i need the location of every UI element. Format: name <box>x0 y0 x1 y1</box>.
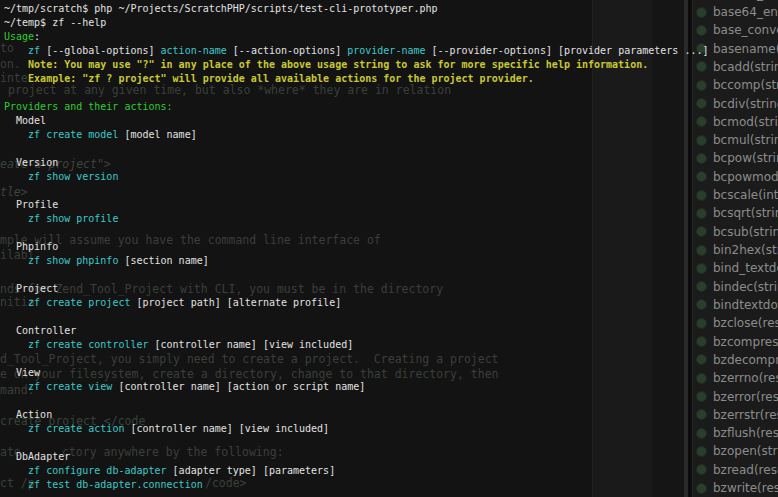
terminal-line: zf create view [controller name] [action… <box>4 380 778 394</box>
terminal-text-segment: [section name] <box>118 255 208 266</box>
terminal-text-segment: zf show version <box>28 171 118 182</box>
terminal-line <box>4 352 778 366</box>
terminal-text-segment <box>4 465 28 476</box>
terminal-text-segment <box>4 129 28 140</box>
terminal-line <box>4 394 778 408</box>
terminal-text-segment: [controller name] [view included] <box>149 339 354 350</box>
terminal-text-segment: Action <box>4 409 52 420</box>
terminal-line: Action <box>4 408 778 422</box>
terminal-line: Project <box>4 282 778 296</box>
terminal-line: Example: "zf ? project" will provide all… <box>4 72 778 86</box>
terminal-text-segment: [model name] <box>118 129 196 140</box>
terminal-text-segment: Version <box>4 157 58 168</box>
terminal-text-segment: Project <box>4 283 58 294</box>
terminal-text-segment: zf show phpinfo <box>28 255 118 266</box>
terminal-text-segment <box>4 255 28 266</box>
terminal-text-segment <box>4 45 28 56</box>
terminal-line <box>4 226 778 240</box>
terminal-text-segment: Usage <box>4 31 34 42</box>
terminal-line: Phpinfo <box>4 240 778 254</box>
terminal-text-segment: zf create project <box>28 297 130 308</box>
terminal-text-segment: zf show profile <box>28 213 118 224</box>
terminal-text-segment: [project path] [alternate profile] <box>130 297 341 308</box>
terminal-text-segment: [--action-options] <box>227 45 347 56</box>
terminal-line: zf configure db-adapter [adapter type] [… <box>4 464 778 478</box>
terminal-text-segment: provider-name <box>347 45 425 56</box>
terminal-line <box>4 310 778 324</box>
terminal-line <box>4 268 778 282</box>
terminal-line: Controller <box>4 324 778 338</box>
terminal-text-segment <box>4 479 28 490</box>
terminal-line: ~/tmp/scratch$ php ~/Projects/ScratchPHP… <box>4 2 778 16</box>
terminal-text-segment: Providers and their actions: <box>4 101 173 112</box>
terminal-text-segment: Note: You may use "?" in any place of th… <box>4 59 648 70</box>
terminal-line <box>4 86 778 100</box>
terminal-line: ~/temp$ zf --help <box>4 16 778 30</box>
terminal-line: Version <box>4 156 778 170</box>
terminal-line: DbAdapter <box>4 450 778 464</box>
terminal-text-segment: View <box>4 367 40 378</box>
terminal-line <box>4 184 778 198</box>
terminal-text-segment: Phpinfo <box>4 241 58 252</box>
terminal-line: zf test db-adapter.connection <box>4 478 778 492</box>
terminal-text-segment: zf create view <box>28 381 112 392</box>
terminal-line <box>4 142 778 156</box>
terminal-text-segment: [--global-options] <box>40 45 160 56</box>
terminal-text-segment <box>4 339 28 350</box>
terminal-text-segment <box>4 381 28 392</box>
terminal-text-segment: Model <box>4 115 46 126</box>
terminal-line: Note: You may use "?" in any place of th… <box>4 58 778 72</box>
terminal-text-segment: ~/tmp/scratch$ php ~/Projects/ScratchPHP… <box>4 3 437 14</box>
terminal-text-segment: zf test db-adapter.connection <box>28 479 203 490</box>
function-label: base64_decode(s <box>713 0 778 1</box>
terminal-text-segment: [--provider-options] [provider parameter… <box>426 45 709 56</box>
terminal-text-segment: : <box>34 31 40 42</box>
terminal-line: zf create controller [controller name] [… <box>4 338 778 352</box>
terminal-line: Profile <box>4 198 778 212</box>
terminal-text-segment <box>4 423 28 434</box>
terminal-text-segment: DbAdapter <box>4 451 70 462</box>
terminal-line: zf create action [controller name] [view… <box>4 422 778 436</box>
terminal-line: zf show phpinfo [section name] <box>4 254 778 268</box>
terminal-text-segment <box>4 171 28 182</box>
terminal-text-segment: zf create controller <box>28 339 148 350</box>
terminal-line: View <box>4 366 778 380</box>
terminal-text-segment: zf create action <box>28 423 124 434</box>
terminal-output[interactable]: ~/tmp/scratch$ php ~/Projects/ScratchPHP… <box>4 2 778 492</box>
terminal-text-segment: zf <box>28 45 40 56</box>
terminal-text-segment <box>4 213 28 224</box>
terminal-text-segment: Example: "zf ? project" will provide all… <box>4 73 534 84</box>
terminal-text-segment: [controller name] [view included] <box>124 423 329 434</box>
terminal-line: Providers and their actions: <box>4 100 778 114</box>
terminal-line: zf create project [project path] [altern… <box>4 296 778 310</box>
terminal-line: Usage: <box>4 30 778 44</box>
terminal-line: zf show version <box>4 170 778 184</box>
terminal-line: zf [--global-options] action-name [--act… <box>4 44 778 58</box>
terminal-text-segment: ~/temp$ zf --help <box>4 17 106 28</box>
terminal-text-segment: [controller name] [action or script name… <box>112 381 365 392</box>
terminal-line: Model <box>4 114 778 128</box>
terminal-line: zf create model [model name] <box>4 128 778 142</box>
terminal-text-segment: Profile <box>4 199 58 210</box>
terminal-text-segment: zf configure db-adapter <box>28 465 166 476</box>
terminal-text-segment: action-name <box>161 45 227 56</box>
terminal-line <box>4 436 778 450</box>
terminal-text-segment <box>4 297 28 308</box>
screen: { "colors": { "terminal_white": "#e2e2e2… <box>0 0 778 497</box>
terminal-line: zf show profile <box>4 212 778 226</box>
terminal-text-segment: [adapter type] [parameters] <box>167 465 336 476</box>
terminal-text-segment: Controller <box>4 325 76 336</box>
terminal-text-segment: zf create model <box>28 129 118 140</box>
